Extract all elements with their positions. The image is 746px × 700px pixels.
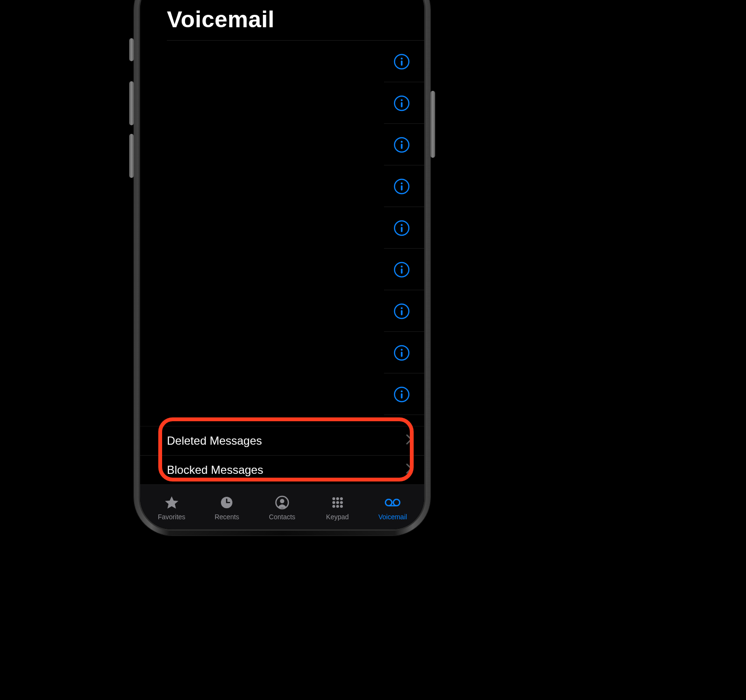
- svg-rect-5: [401, 102, 402, 107]
- chevron-right-icon: [406, 434, 413, 448]
- info-icon[interactable]: [394, 345, 410, 361]
- voicemail-row[interactable]: [140, 165, 424, 207]
- volume-up-button[interactable]: [129, 81, 134, 125]
- power-button[interactable]: [430, 91, 435, 158]
- svg-point-31: [336, 497, 339, 500]
- svg-rect-26: [401, 393, 402, 398]
- info-icon[interactable]: [394, 54, 410, 70]
- svg-point-34: [336, 501, 339, 504]
- voicemail-row[interactable]: [140, 290, 424, 332]
- svg-point-1: [401, 57, 403, 59]
- svg-point-25: [401, 390, 403, 392]
- phone-inner: Voicemail: [139, 0, 426, 531]
- svg-point-39: [385, 499, 392, 506]
- info-icon[interactable]: [394, 262, 410, 278]
- tab-label: Keypad: [326, 513, 349, 521]
- volume-down-button[interactable]: [129, 134, 134, 178]
- screen: Voicemail: [140, 0, 424, 529]
- svg-point-33: [332, 501, 335, 504]
- page-title: Voicemail: [140, 0, 424, 40]
- svg-point-22: [401, 349, 403, 350]
- svg-point-7: [401, 141, 403, 142]
- svg-point-29: [280, 499, 284, 503]
- svg-point-30: [332, 497, 335, 500]
- voicemail-row[interactable]: [140, 332, 424, 373]
- voicemail-list: [140, 41, 424, 426]
- svg-rect-2: [401, 60, 402, 66]
- svg-rect-23: [401, 351, 402, 357]
- star-icon: [163, 495, 180, 511]
- tab-label: Contacts: [269, 513, 295, 521]
- info-icon[interactable]: [394, 137, 410, 153]
- blocked-messages-row[interactable]: Blocked Messages: [140, 455, 424, 484]
- voicemail-row[interactable]: [140, 41, 424, 82]
- divider: [384, 415, 424, 415]
- keypad-icon: [329, 495, 346, 511]
- svg-point-10: [401, 182, 403, 184]
- info-icon[interactable]: [394, 178, 410, 195]
- svg-point-35: [340, 501, 343, 504]
- deleted-messages-row[interactable]: Deleted Messages: [140, 427, 424, 455]
- svg-point-16: [401, 265, 403, 267]
- svg-rect-17: [401, 268, 402, 273]
- svg-point-13: [401, 224, 403, 226]
- voicemail-row[interactable]: [140, 373, 424, 415]
- silence-switch[interactable]: [129, 38, 134, 61]
- tab-label: Voicemail: [378, 513, 407, 521]
- deleted-messages-label: Deleted Messages: [167, 434, 262, 448]
- tab-voicemail[interactable]: Voicemail: [365, 495, 420, 521]
- voicemail-row[interactable]: [140, 124, 424, 165]
- svg-rect-20: [401, 310, 402, 315]
- info-icon[interactable]: [394, 386, 410, 403]
- tab-label: Favorites: [158, 513, 186, 521]
- footer-links: Deleted Messages Blocked Messages: [140, 426, 424, 484]
- svg-point-38: [340, 505, 343, 508]
- blocked-messages-label: Blocked Messages: [167, 463, 263, 477]
- svg-rect-14: [401, 227, 402, 232]
- voicemail-row[interactable]: [140, 82, 424, 124]
- svg-point-4: [401, 99, 403, 101]
- tab-bar: Favorites Recents Contacts: [140, 484, 424, 529]
- info-icon[interactable]: [394, 95, 410, 111]
- svg-point-19: [401, 307, 403, 309]
- phone-frame: Voicemail: [134, 0, 430, 536]
- svg-point-32: [340, 497, 343, 500]
- svg-rect-8: [401, 143, 402, 149]
- tab-recents[interactable]: Recents: [199, 495, 255, 521]
- info-icon[interactable]: [394, 303, 410, 319]
- info-icon[interactable]: [394, 220, 410, 236]
- voicemail-row[interactable]: [140, 207, 424, 249]
- person-icon: [274, 495, 291, 511]
- svg-point-37: [336, 505, 339, 508]
- svg-point-40: [394, 499, 400, 506]
- chevron-right-icon: [406, 463, 413, 477]
- svg-point-36: [332, 505, 335, 508]
- tab-label: Recents: [215, 513, 239, 521]
- svg-rect-11: [401, 185, 402, 190]
- voicemail-icon: [384, 495, 401, 511]
- clock-icon: [218, 495, 235, 511]
- tab-contacts[interactable]: Contacts: [254, 495, 310, 521]
- tab-favorites[interactable]: Favorites: [144, 495, 199, 521]
- voicemail-row[interactable]: [140, 249, 424, 290]
- tab-keypad[interactable]: Keypad: [310, 495, 365, 521]
